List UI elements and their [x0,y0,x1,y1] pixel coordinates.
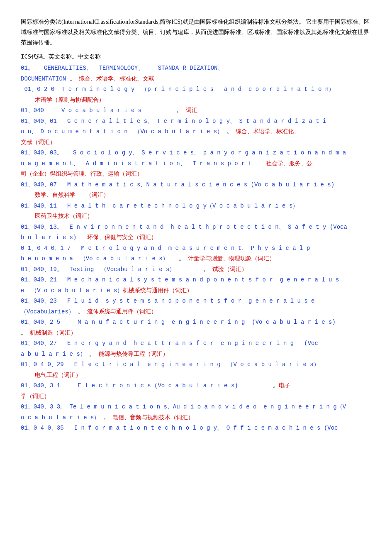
entry-01-040: 01、040 V o c a b u l a r i e s 。 词汇 [21,105,371,116]
entry-01-040-03: 01、040、03。 S o c i o l o g y、 S e r v i … [21,148,371,158]
entry-01-line2: DOCUMENTATION 。 综合、术语学、标准化、文献 [21,74,371,84]
entry-01-040-35: 01、0 4 0、35 I n f o r m a t i o n t e c … [21,423,371,433]
entry-01-040-07-zh: 数学、自然科学 （词汇） [21,190,371,200]
entry-01-040-01: 01、040、01 G e n e r a l i t i e s、 T e r… [21,116,371,127]
entry-01-040-25-line2: 。 机械制造（词汇） [21,328,371,338]
main-content: 国际标准分类法(InternationalClassificationforSt… [21,17,371,433]
entry-01: 01。 GENERALITIES、 TERMINOLOGY、 STANDA R … [21,63,371,73]
intro-text: 国际标准分类法(InternationalClassificationforSt… [21,19,370,46]
entry-01-040-03-line2: n a g e m e n t、 A d m i n i s t r a t i… [21,159,371,169]
entry-01-040-33-line2: o c a b u l a r i e s） 。 电信、音频与视频技术（词汇） [21,413,371,423]
entry-01-040-23-line2: （Vocabularies） 。 流体系统与通用件（词汇） [21,307,371,317]
entry-01-040-11-zh: 医药卫生技术（词汇） [21,211,371,222]
entry-01-040-21: 01、040、21 M e c h a n i c a l s y s t e … [21,275,371,285]
entry-01-040-13: 01、040、13。 E n v i r o n m e n t a n d h… [21,222,371,232]
entry-01-040-33: 01、040、3 3。 Te l e m u n i c a t i o n s… [21,402,371,412]
entry-01-040-01-line2: o n、 D o c u m e n t a t i o n （Vo c a b… [21,127,371,137]
entry-01-020: 01、0 2 0 T e r m i n o l o g y （p r i n … [21,84,371,95]
entry-01-040-31: 01、040、3 1 E l e c t r o n i c s (Vo c a… [21,381,371,391]
entry-01-040-19: 01、040、19。 Testing （Vocabu l a r i e s） … [21,264,371,275]
table-header: ICS代码。英文名称。中文名称 [21,51,371,62]
entry-01-040-23: 01、040、23 F l u i d s y s t e m s a n d … [21,296,371,306]
intro-paragraph: 国际标准分类法(InternationalClassificationforSt… [21,17,371,48]
entry-01-040-27: 01、040、27 E n e r g y a n d h e a t t r … [21,338,371,349]
entry-01-040-03-line3: 司（企业）得组织与管理、行政、运输（词汇） [21,169,371,179]
entry-01-040-17: 0 1、0 4 0、1 7 M e t r o l o g y a n d m … [21,243,371,254]
entry-01-040-29: 01、0 4 0、29 E l e c t r i c a l e n g i … [21,359,371,370]
entry-01-040-17-line2: h e n o m e n a （Vo c a b u l a r i e s）… [21,254,371,264]
entry-01-040-29-zh: 电气工程（词汇） [21,370,371,381]
entry-01-040-11: 01、040、11 H e a l t h c a r e t e c h n … [21,201,371,211]
entry-01-040-21-line2: e （V o c a b u l a r i e s）机械系统与通用件（词汇） [21,286,371,296]
entry-01-040-27-line2: a b u l a r i e s） 。 能源与热传导工程（词汇） [21,349,371,359]
entry-01-040-07: 01、040、07 M a t h e m a t i c s、N a t u … [21,180,371,190]
entry-01-040-25: 01、040、2 5 M a n u f a c t u r i n g e n… [21,317,371,328]
entry-01-040-31-line2: 学（词汇） [21,391,371,402]
entry-01-040-01-line3: 文献（词汇） [21,137,371,148]
entry-01-020-zh: 术语学（原则与协调配合） [21,95,371,105]
entry-01-040-13-line2: b u l a r i e s) 环保、保健与安全（词汇） [21,232,371,243]
